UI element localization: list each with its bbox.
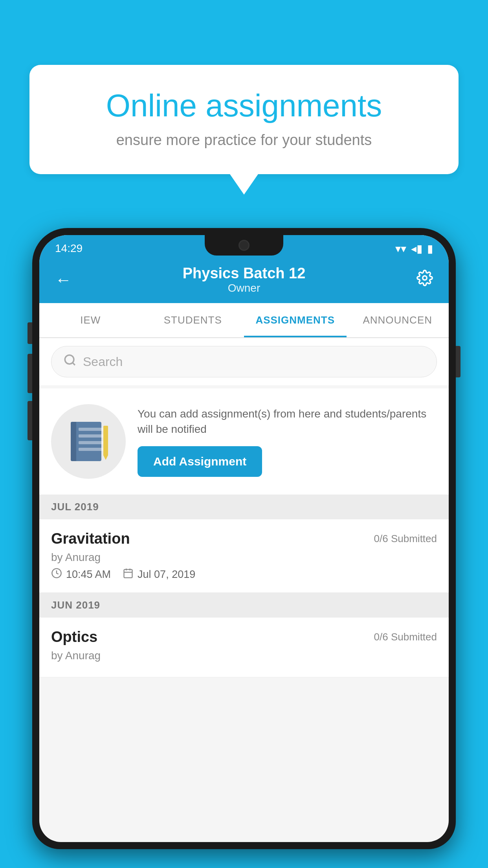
speech-bubble: Online assignments ensure more practice … [29,65,459,174]
tab-students[interactable]: STUDENTS [142,303,244,337]
wifi-icon: ▾▾ [395,242,406,255]
assignment-time-value: 10:45 AM [66,568,111,581]
tab-announcements[interactable]: ANNOUNCEN [347,303,449,337]
tab-assignments[interactable]: ASSIGNMENTS [244,303,347,337]
settings-icon[interactable] [416,270,433,290]
header-title: Physics Batch 12 [72,265,416,282]
app-header: ← Physics Batch 12 Owner [39,258,449,303]
assignment-by-gravitation: by Anurag [51,551,437,564]
assignment-item-optics[interactable]: Optics 0/6 Submitted by Anurag [39,618,449,677]
speech-bubble-subtitle: ensure more practice for your students [57,132,431,149]
svg-point-1 [65,355,74,364]
notebook-line-1 [79,428,104,431]
notebook-line-3 [79,441,104,444]
notebook-icon [71,422,106,461]
assignment-date-gravitation: Jul 07, 2019 [123,568,195,581]
phone-outer: 14:29 ▾▾ ◂▮ ▮ ← Physics Batch 12 Owner [32,228,456,849]
empty-state-right: You can add assignment(s) from here and … [138,406,437,477]
section-header-jun: JUN 2019 [39,593,449,618]
assignment-by-optics: by Anurag [51,649,437,662]
back-button[interactable]: ← [55,270,72,289]
assignment-item-gravitation[interactable]: Gravitation 0/6 Submitted by Anurag 10:4… [39,519,449,593]
svg-line-2 [73,363,75,365]
calendar-icon [123,568,134,581]
clock-icon [51,568,62,581]
phone-notch [205,235,283,256]
empty-state-description: You can add assignment(s) from here and … [138,406,437,437]
notebook-line-4 [79,448,104,451]
tab-iew[interactable]: IEW [39,303,142,337]
signal-icon: ◂▮ [411,242,422,255]
search-bar[interactable]: Search [51,346,437,377]
assignment-time-gravitation: 10:45 AM [51,568,111,581]
assignment-icon-circle [51,404,126,479]
search-icon [63,353,77,370]
volume-up-button [28,354,32,393]
battery-icon: ▮ [427,242,433,255]
assignment-name-optics: Optics [51,629,97,645]
svg-point-0 [423,276,427,280]
assignment-name-gravitation: Gravitation [51,530,130,547]
pencil-tip [103,455,108,460]
add-assignment-button[interactable]: Add Assignment [138,446,262,477]
phone-screen: 14:29 ▾▾ ◂▮ ▮ ← Physics Batch 12 Owner [39,235,449,842]
section-header-jul: JUL 2019 [39,495,449,519]
assignment-submitted-optics: 0/6 Submitted [374,631,437,643]
svg-rect-4 [124,570,132,578]
front-camera [238,240,250,251]
header-center: Physics Batch 12 Owner [72,265,416,294]
power-button [456,346,460,377]
assignment-date-value: Jul 07, 2019 [138,568,195,581]
speech-bubble-container: Online assignments ensure more practice … [29,65,459,174]
notebook-spine [71,422,76,461]
assignment-item-top: Gravitation 0/6 Submitted [51,530,437,547]
assignment-item-top-optics: Optics 0/6 Submitted [51,629,437,645]
search-container: Search [39,338,449,385]
speech-bubble-title: Online assignments [57,88,431,123]
pencil-icon [103,426,108,455]
assignment-submitted-gravitation: 0/6 Submitted [374,533,437,545]
search-placeholder: Search [83,355,123,369]
notebook-lines [79,428,104,454]
assignment-meta-gravitation: 10:45 AM Jul 07, 2019 [51,568,437,581]
phone-device: 14:29 ▾▾ ◂▮ ▮ ← Physics Batch 12 Owner [32,228,456,868]
header-subtitle: Owner [72,282,416,294]
status-time: 14:29 [55,242,83,255]
volume-mute-button [28,322,32,344]
status-icons: ▾▾ ◂▮ ▮ [395,242,433,255]
notebook-line-2 [79,434,104,438]
empty-state-section: You can add assignment(s) from here and … [39,388,449,495]
volume-down-button [28,401,32,440]
tabs-container: IEW STUDENTS ASSIGNMENTS ANNOUNCEN [39,303,449,338]
